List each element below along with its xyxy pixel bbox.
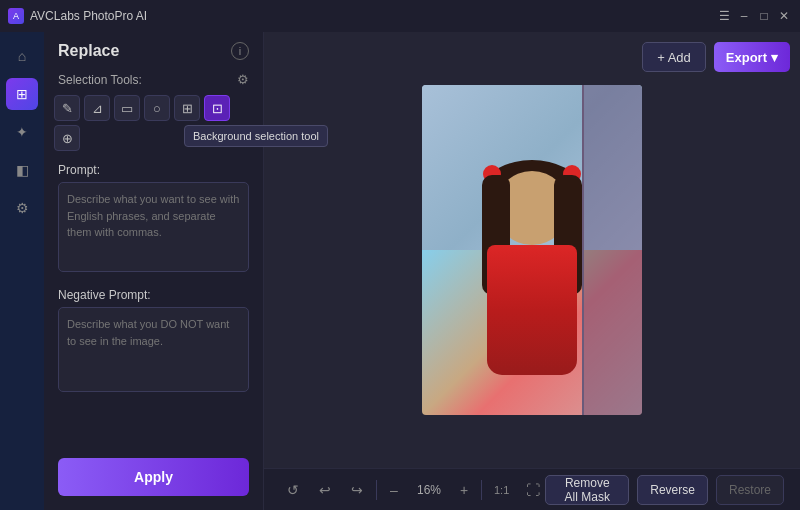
pen-tool-button[interactable]: ✎ — [54, 95, 80, 121]
expand-tool-button[interactable]: ⊕ — [54, 125, 80, 151]
left-panel: Replace i Selection Tools: ⚙ ✎ ⊿ ▭ ○ ⊞ ⊡… — [44, 32, 264, 510]
panel-title: Replace — [58, 42, 119, 60]
bottom-toolbar: ↺ ↩ ↪ – 16% + 1:1 ⛶ Remove All Mask Reve… — [264, 468, 800, 510]
zoom-level: 16% — [411, 483, 447, 497]
minimize-button[interactable]: – — [736, 8, 752, 24]
top-right-toolbar: + Add Export ▾ — [642, 42, 790, 72]
undo-button[interactable]: ↩ — [312, 477, 338, 503]
background-tool-container: ⊡ Background selection tool — [204, 95, 230, 121]
title-bar: A AVCLabs PhotoPro AI ☰ – □ ✕ — [0, 0, 800, 32]
reverse-button[interactable]: Reverse — [637, 475, 708, 505]
title-bar-controls[interactable]: ☰ – □ ✕ — [716, 8, 792, 24]
gear-icon[interactable]: ⚙ — [237, 72, 249, 87]
app-icon: A — [8, 8, 24, 24]
magic-tool-button[interactable]: ⊞ — [174, 95, 200, 121]
rect-tool-button[interactable]: ▭ — [114, 95, 140, 121]
sidebar-item-home[interactable]: ⌂ — [6, 40, 38, 72]
bottom-right-tools: Remove All Mask Reverse Restore — [545, 475, 784, 505]
apply-button[interactable]: Apply — [58, 458, 249, 496]
canvas-image[interactable] — [422, 85, 642, 415]
ellipse-tool-button[interactable]: ○ — [144, 95, 170, 121]
sidebar-item-replace[interactable]: ⊞ — [6, 78, 38, 110]
prompt-section: Prompt: — [44, 159, 263, 284]
add-button[interactable]: + Add — [642, 42, 706, 72]
girl-body — [487, 245, 577, 375]
negative-prompt-label: Negative Prompt: — [58, 288, 249, 302]
toolbar-divider — [376, 480, 377, 500]
background-selection-tool-button[interactable]: ⊡ — [204, 95, 230, 121]
ratio-button[interactable]: 1:1 — [488, 482, 515, 498]
panel-header: Replace i — [44, 32, 263, 66]
negative-prompt-textarea[interactable] — [58, 307, 249, 392]
selection-tools-label: Selection Tools: ⚙ — [44, 66, 263, 91]
refresh-button[interactable]: ↺ — [280, 477, 306, 503]
zoom-in-button[interactable]: + — [453, 479, 475, 501]
app-name: AVCLabs PhotoPro AI — [30, 9, 147, 23]
close-button[interactable]: ✕ — [776, 8, 792, 24]
info-icon[interactable]: i — [231, 42, 249, 60]
apply-section: Apply — [44, 448, 263, 510]
title-bar-left: A AVCLabs PhotoPro AI — [8, 8, 147, 24]
tool-tooltip: Background selection tool — [184, 125, 328, 147]
selection-tools: ✎ ⊿ ▭ ○ ⊞ ⊡ Background selection tool ⊕ — [44, 91, 263, 159]
toolbar-divider-2 — [481, 480, 482, 500]
canvas-area: + Add Export ▾ — [264, 32, 800, 510]
expand-view-button[interactable]: ⛶ — [521, 478, 545, 502]
zoom-out-button[interactable]: – — [383, 479, 405, 501]
remove-all-mask-button[interactable]: Remove All Mask — [545, 475, 629, 505]
sidebar-item-settings[interactable]: ⚙ — [6, 192, 38, 224]
image-container — [264, 32, 800, 468]
prompt-textarea[interactable] — [58, 182, 249, 272]
negative-prompt-section: Negative Prompt: — [44, 284, 263, 448]
menu-button[interactable]: ☰ — [716, 8, 732, 24]
lasso-tool-button[interactable]: ⊿ — [84, 95, 110, 121]
restore-button[interactable]: Restore — [716, 475, 784, 505]
sidebar-icons: ⌂ ⊞ ✦ ◧ ⚙ — [0, 32, 44, 510]
bottom-left-tools: ↺ ↩ ↪ – 16% + 1:1 ⛶ — [280, 477, 545, 503]
sidebar-item-brush[interactable]: ✦ — [6, 116, 38, 148]
export-button[interactable]: Export ▾ — [714, 42, 790, 72]
girl-figure — [467, 135, 597, 415]
maximize-button[interactable]: □ — [756, 8, 772, 24]
main-layout: ⌂ ⊞ ✦ ◧ ⚙ Replace i Selection Tools: ⚙ ✎… — [0, 32, 800, 510]
prompt-label: Prompt: — [58, 163, 249, 177]
redo-button[interactable]: ↪ — [344, 477, 370, 503]
sidebar-item-layers[interactable]: ◧ — [6, 154, 38, 186]
zoom-controls: – 16% + — [383, 479, 475, 501]
